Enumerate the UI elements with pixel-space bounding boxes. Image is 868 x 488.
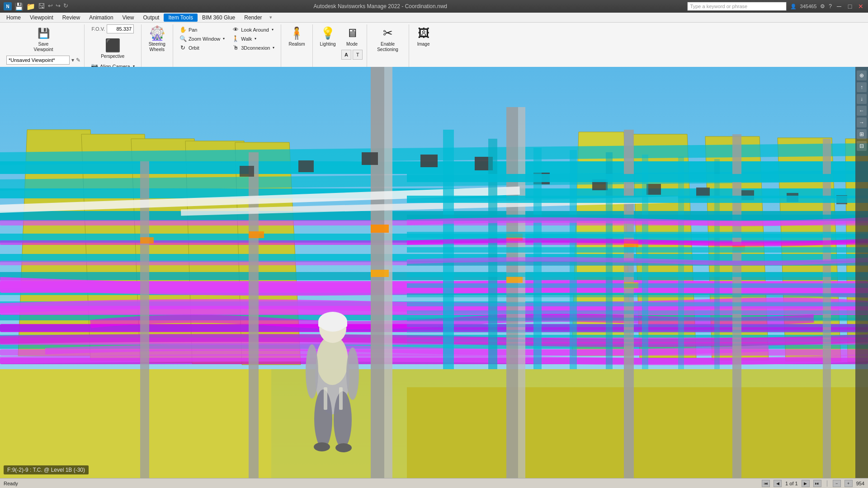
search-placeholder: Type a keyword or phrase [690,4,748,9]
lighting-button[interactable]: 💡 Lighting [316,24,340,49]
main-area: F:9(-2)-9 : T.C. @ Level 1B (-30) ⊕ ↑ ↓ … [0,67,868,478]
menu-review[interactable]: Review [58,14,85,22]
scene-svg [0,67,868,478]
mode-extra-btns: A T [341,50,363,60]
svg-rect-93 [407,232,868,238]
walk-button[interactable]: 🚶 Walk ▾ [229,34,277,43]
menu-render[interactable]: Render [240,14,266,22]
nav-last-btn[interactable]: ⏭ [813,480,821,487]
svg-point-73 [346,347,359,400]
svg-point-74 [314,389,332,448]
minimize-button[interactable]: ─ [835,3,843,10]
nav-next-btn[interactable]: ▶ [802,480,810,487]
svg-rect-83 [488,139,497,369]
svg-rect-49 [646,184,661,195]
pan-label: Pan [189,27,198,33]
search-box[interactable]: Type a keyword or phrase [687,2,787,11]
viewpoint-dropdown-arrow[interactable]: ▾ [71,57,74,63]
settings-icon[interactable]: ⚙ [820,3,825,9]
restore-button[interactable]: □ [846,3,854,10]
rt-btn-6[interactable]: ⊞ [857,129,867,139]
steering-wheels-icon: 🎡 [150,26,164,41]
rt-btn-2[interactable]: ↑ [857,82,867,92]
menu-output[interactable]: Output [138,14,164,22]
look-around-button[interactable]: 👁 Look Around ▾ [229,25,277,34]
walk-dd-arrow[interactable]: ▾ [255,37,256,41]
look-around-label: Look Around [241,27,269,33]
mode-label: Mode [346,42,358,47]
svg-rect-97 [407,283,868,288]
save-icon[interactable]: 🖫 [38,2,45,11]
enable-sectioning-button[interactable]: ✂ Enable Sectioning [371,24,405,54]
svg-rect-106 [407,343,868,346]
svg-rect-43 [823,139,831,478]
save-viewpoint-button[interactable]: 💾 Save Viewpoint [6,24,80,54]
orbit-icon: ↻ [179,44,187,51]
menu-home[interactable]: Home [2,14,25,22]
rt-btn-5[interactable]: → [857,117,867,127]
title-right: 👤 345465 ⚙ ? ─ □ ✕ [790,3,864,10]
close-button[interactable]: ✕ [857,3,864,10]
menu-viewpoint[interactable]: Viewpoint [25,14,58,22]
quick-access-icon[interactable]: 💾 [14,2,24,11]
connexion-button[interactable]: 🖱 3Dconnexion ▾ [229,43,277,52]
status-text: Ready [4,481,755,486]
save-viewpoint-icon: 💾 [36,26,51,41]
menu-bim360[interactable]: BIM 360 Glue [198,14,240,22]
render-style-t-btn[interactable]: T [353,50,363,60]
image-button[interactable]: 🖼 Image [413,24,434,49]
look-around-dd-arrow[interactable]: ▾ [272,28,274,32]
menu-view[interactable]: View [118,14,139,22]
nav-first-btn[interactable]: ⏮ [762,480,770,487]
svg-rect-62 [249,231,264,238]
render-style-a-btn[interactable]: A [341,50,351,60]
realism-label: Realism [288,42,305,47]
perspective-button[interactable]: ⬛ Perspective [97,37,128,61]
zoom-out-btn[interactable]: − [833,480,841,487]
help-icon[interactable]: ? [829,3,832,9]
svg-rect-103 [407,330,868,333]
perspective-icon: ⬛ [105,38,120,53]
svg-rect-39 [506,107,518,478]
rt-btn-7[interactable]: ⊟ [857,141,867,151]
redo-icon[interactable]: ↪ [56,2,61,11]
status-right: ⏮ ◀ 1 of 1 ▶ ⏭ − + 954 [762,480,864,487]
fov-input[interactable] [107,24,134,33]
save-viewpoint-label: Save Viewpoint [30,42,57,52]
viewpoint-edit-icon[interactable]: ✎ [76,57,80,63]
zoom-window-button[interactable]: 🔍 Zoom Window ▾ [177,34,227,43]
navigate-col1: ✋ Pan 🔍 Zoom Window ▾ ↻ Orbit [177,24,227,52]
viewport[interactable]: F:9(-2)-9 : T.C. @ Level 1B (-30) ⊕ ↑ ↓ … [0,67,868,478]
add-tab-icon[interactable]: ▾ [269,14,272,20]
mode-button[interactable]: 🖥 Mode [341,24,363,49]
orbit-button[interactable]: ↻ Orbit [177,43,227,52]
steering-wheels-button[interactable]: 🎡 SteeringWheels [145,24,169,54]
svg-point-77 [335,443,352,452]
nav-prev-btn[interactable]: ◀ [774,480,782,487]
svg-rect-101 [407,318,868,321]
menu-animation[interactable]: Animation [85,14,118,22]
coord-text: F:9(-2)-9 : T.C. @ Level 1B (-30) [7,467,85,473]
rt-btn-4[interactable]: ← [857,106,867,116]
enable-sectioning-icon: ✂ [381,26,395,41]
open-icon[interactable]: 📁 [26,2,35,11]
fov-label: F.O.V. [92,26,105,32]
rt-btn-3[interactable]: ↓ [857,94,867,104]
page-info: 1 of 1 [785,481,798,486]
svg-rect-98 [407,293,868,297]
status-divider [827,480,827,487]
refresh-icon[interactable]: ↻ [63,2,68,11]
menu-item-tools[interactable]: Item Tools [164,14,197,22]
zoom-in-btn[interactable]: + [844,480,853,487]
svg-rect-104 [407,335,868,338]
svg-rect-79 [339,387,343,410]
rt-btn-1[interactable]: ⊕ [857,70,867,80]
status-label: Ready [4,481,18,486]
undo-icon[interactable]: ↩ [48,2,53,11]
zoom-dd-arrow[interactable]: ▾ [223,37,225,41]
svg-rect-100 [407,310,868,314]
viewpoint-dropdown[interactable] [6,56,70,65]
realism-button[interactable]: 🧍 Realism [285,24,308,49]
pan-button[interactable]: ✋ Pan [177,25,227,34]
connexion-dd-arrow[interactable]: ▾ [273,46,274,50]
